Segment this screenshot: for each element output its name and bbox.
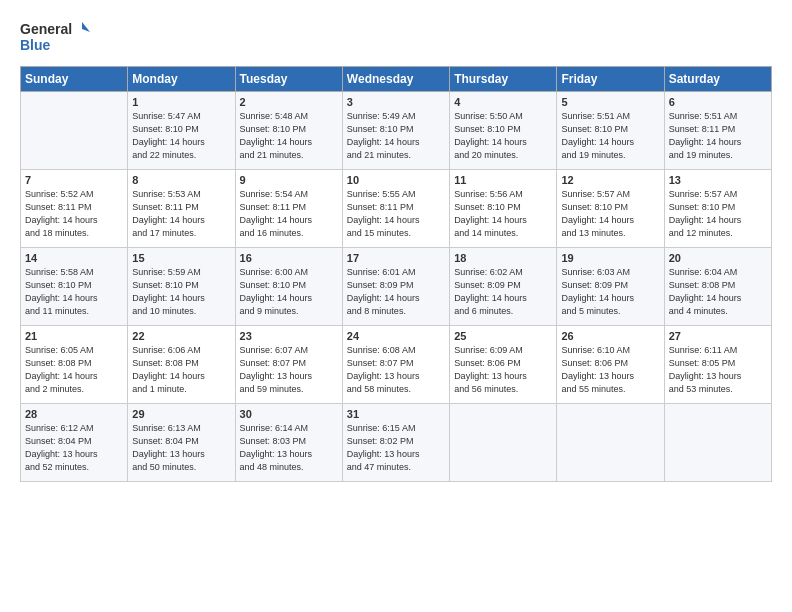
calendar-cell: 19Sunrise: 6:03 AM Sunset: 8:09 PM Dayli… [557, 248, 664, 326]
day-details: Sunrise: 5:52 AM Sunset: 8:11 PM Dayligh… [25, 188, 123, 240]
svg-text:Blue: Blue [20, 37, 51, 53]
day-number: 29 [132, 408, 230, 420]
day-number: 28 [25, 408, 123, 420]
day-details: Sunrise: 6:10 AM Sunset: 8:06 PM Dayligh… [561, 344, 659, 396]
day-number: 7 [25, 174, 123, 186]
calendar-cell [450, 404, 557, 482]
day-details: Sunrise: 5:54 AM Sunset: 8:11 PM Dayligh… [240, 188, 338, 240]
day-number: 24 [347, 330, 445, 342]
calendar-cell: 10Sunrise: 5:55 AM Sunset: 8:11 PM Dayli… [342, 170, 449, 248]
calendar-cell: 23Sunrise: 6:07 AM Sunset: 8:07 PM Dayli… [235, 326, 342, 404]
day-details: Sunrise: 5:59 AM Sunset: 8:10 PM Dayligh… [132, 266, 230, 318]
calendar-cell: 15Sunrise: 5:59 AM Sunset: 8:10 PM Dayli… [128, 248, 235, 326]
svg-text:General: General [20, 21, 72, 37]
day-number: 21 [25, 330, 123, 342]
day-details: Sunrise: 5:53 AM Sunset: 8:11 PM Dayligh… [132, 188, 230, 240]
day-details: Sunrise: 5:49 AM Sunset: 8:10 PM Dayligh… [347, 110, 445, 162]
day-details: Sunrise: 6:11 AM Sunset: 8:05 PM Dayligh… [669, 344, 767, 396]
header-cell-monday: Monday [128, 67, 235, 92]
calendar-table: SundayMondayTuesdayWednesdayThursdayFrid… [20, 66, 772, 482]
day-number: 23 [240, 330, 338, 342]
day-details: Sunrise: 5:51 AM Sunset: 8:10 PM Dayligh… [561, 110, 659, 162]
day-details: Sunrise: 6:15 AM Sunset: 8:02 PM Dayligh… [347, 422, 445, 474]
calendar-cell: 16Sunrise: 6:00 AM Sunset: 8:10 PM Dayli… [235, 248, 342, 326]
calendar-cell: 22Sunrise: 6:06 AM Sunset: 8:08 PM Dayli… [128, 326, 235, 404]
day-details: Sunrise: 6:07 AM Sunset: 8:07 PM Dayligh… [240, 344, 338, 396]
day-details: Sunrise: 5:51 AM Sunset: 8:11 PM Dayligh… [669, 110, 767, 162]
calendar-cell: 6Sunrise: 5:51 AM Sunset: 8:11 PM Daylig… [664, 92, 771, 170]
day-number: 5 [561, 96, 659, 108]
calendar-cell: 20Sunrise: 6:04 AM Sunset: 8:08 PM Dayli… [664, 248, 771, 326]
day-details: Sunrise: 6:02 AM Sunset: 8:09 PM Dayligh… [454, 266, 552, 318]
day-details: Sunrise: 6:06 AM Sunset: 8:08 PM Dayligh… [132, 344, 230, 396]
calendar-cell: 21Sunrise: 6:05 AM Sunset: 8:08 PM Dayli… [21, 326, 128, 404]
header: General Blue [20, 18, 772, 56]
day-number: 14 [25, 252, 123, 264]
day-details: Sunrise: 5:47 AM Sunset: 8:10 PM Dayligh… [132, 110, 230, 162]
day-number: 22 [132, 330, 230, 342]
day-details: Sunrise: 6:12 AM Sunset: 8:04 PM Dayligh… [25, 422, 123, 474]
day-details: Sunrise: 6:03 AM Sunset: 8:09 PM Dayligh… [561, 266, 659, 318]
header-cell-saturday: Saturday [664, 67, 771, 92]
calendar-cell: 29Sunrise: 6:13 AM Sunset: 8:04 PM Dayli… [128, 404, 235, 482]
calendar-cell [21, 92, 128, 170]
calendar-cell: 14Sunrise: 5:58 AM Sunset: 8:10 PM Dayli… [21, 248, 128, 326]
day-number: 11 [454, 174, 552, 186]
calendar-cell: 4Sunrise: 5:50 AM Sunset: 8:10 PM Daylig… [450, 92, 557, 170]
day-number: 2 [240, 96, 338, 108]
day-number: 10 [347, 174, 445, 186]
day-number: 26 [561, 330, 659, 342]
day-number: 19 [561, 252, 659, 264]
week-row-3: 14Sunrise: 5:58 AM Sunset: 8:10 PM Dayli… [21, 248, 772, 326]
calendar-cell: 13Sunrise: 5:57 AM Sunset: 8:10 PM Dayli… [664, 170, 771, 248]
day-details: Sunrise: 5:57 AM Sunset: 8:10 PM Dayligh… [669, 188, 767, 240]
logo-svg: General Blue [20, 18, 90, 56]
calendar-cell: 31Sunrise: 6:15 AM Sunset: 8:02 PM Dayli… [342, 404, 449, 482]
day-number: 6 [669, 96, 767, 108]
day-details: Sunrise: 5:56 AM Sunset: 8:10 PM Dayligh… [454, 188, 552, 240]
day-details: Sunrise: 5:55 AM Sunset: 8:11 PM Dayligh… [347, 188, 445, 240]
header-cell-sunday: Sunday [21, 67, 128, 92]
calendar-cell: 17Sunrise: 6:01 AM Sunset: 8:09 PM Dayli… [342, 248, 449, 326]
calendar-cell: 9Sunrise: 5:54 AM Sunset: 8:11 PM Daylig… [235, 170, 342, 248]
logo: General Blue [20, 18, 90, 56]
calendar-cell: 1Sunrise: 5:47 AM Sunset: 8:10 PM Daylig… [128, 92, 235, 170]
day-number: 3 [347, 96, 445, 108]
day-details: Sunrise: 6:14 AM Sunset: 8:03 PM Dayligh… [240, 422, 338, 474]
day-number: 17 [347, 252, 445, 264]
page: General Blue SundayMondayTuesdayWednesda… [0, 0, 792, 492]
day-number: 4 [454, 96, 552, 108]
day-number: 30 [240, 408, 338, 420]
day-details: Sunrise: 5:50 AM Sunset: 8:10 PM Dayligh… [454, 110, 552, 162]
day-details: Sunrise: 6:00 AM Sunset: 8:10 PM Dayligh… [240, 266, 338, 318]
week-row-1: 1Sunrise: 5:47 AM Sunset: 8:10 PM Daylig… [21, 92, 772, 170]
calendar-cell: 3Sunrise: 5:49 AM Sunset: 8:10 PM Daylig… [342, 92, 449, 170]
calendar-cell: 30Sunrise: 6:14 AM Sunset: 8:03 PM Dayli… [235, 404, 342, 482]
calendar-cell: 12Sunrise: 5:57 AM Sunset: 8:10 PM Dayli… [557, 170, 664, 248]
day-number: 16 [240, 252, 338, 264]
calendar-cell: 7Sunrise: 5:52 AM Sunset: 8:11 PM Daylig… [21, 170, 128, 248]
week-row-5: 28Sunrise: 6:12 AM Sunset: 8:04 PM Dayli… [21, 404, 772, 482]
calendar-cell [557, 404, 664, 482]
day-number: 1 [132, 96, 230, 108]
calendar-cell [664, 404, 771, 482]
week-row-2: 7Sunrise: 5:52 AM Sunset: 8:11 PM Daylig… [21, 170, 772, 248]
header-cell-tuesday: Tuesday [235, 67, 342, 92]
header-cell-thursday: Thursday [450, 67, 557, 92]
day-details: Sunrise: 6:05 AM Sunset: 8:08 PM Dayligh… [25, 344, 123, 396]
day-number: 25 [454, 330, 552, 342]
day-details: Sunrise: 6:04 AM Sunset: 8:08 PM Dayligh… [669, 266, 767, 318]
svg-marker-2 [82, 22, 90, 32]
header-row: SundayMondayTuesdayWednesdayThursdayFrid… [21, 67, 772, 92]
day-number: 31 [347, 408, 445, 420]
day-details: Sunrise: 5:48 AM Sunset: 8:10 PM Dayligh… [240, 110, 338, 162]
week-row-4: 21Sunrise: 6:05 AM Sunset: 8:08 PM Dayli… [21, 326, 772, 404]
day-number: 15 [132, 252, 230, 264]
calendar-cell: 24Sunrise: 6:08 AM Sunset: 8:07 PM Dayli… [342, 326, 449, 404]
calendar-cell: 18Sunrise: 6:02 AM Sunset: 8:09 PM Dayli… [450, 248, 557, 326]
day-number: 8 [132, 174, 230, 186]
day-number: 9 [240, 174, 338, 186]
day-number: 18 [454, 252, 552, 264]
day-details: Sunrise: 6:09 AM Sunset: 8:06 PM Dayligh… [454, 344, 552, 396]
day-details: Sunrise: 5:58 AM Sunset: 8:10 PM Dayligh… [25, 266, 123, 318]
